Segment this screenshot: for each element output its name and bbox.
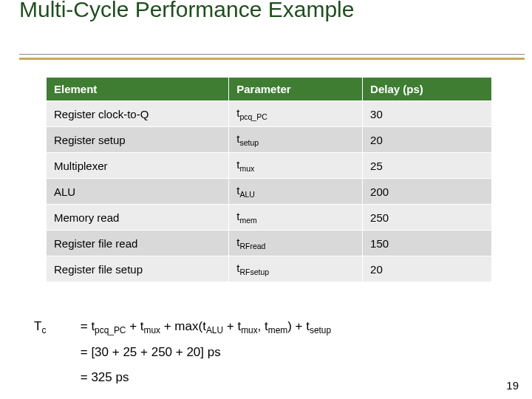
delay-table: Element Parameter Delay (ps) Register cl… xyxy=(46,77,492,282)
cell-parameter: tmem xyxy=(229,205,363,231)
table-row: Memory read tmem 250 xyxy=(47,205,492,231)
cell-parameter: tmux xyxy=(229,153,363,179)
cell-element: ALU xyxy=(47,179,229,205)
title-rule-gold xyxy=(19,58,525,60)
cell-element: Memory read xyxy=(47,205,229,231)
cell-element: Multiplexer xyxy=(47,153,229,179)
cell-delay: 200 xyxy=(363,179,492,205)
equation-line-1: = tpcq_PC + tmux + max(tALU + tmux, tmem… xyxy=(81,319,331,333)
equation-line-3: = 325 ps xyxy=(81,370,129,384)
cell-element: Register clock-to-Q xyxy=(47,101,229,127)
cell-parameter: tpcq_PC xyxy=(229,101,363,127)
cell-parameter: tRFsetup xyxy=(229,256,363,282)
cell-parameter: tsetup xyxy=(229,127,363,153)
table-row: ALU tALU 200 xyxy=(47,179,492,205)
th-element: Element xyxy=(47,78,229,101)
title-rule-thin xyxy=(19,54,525,55)
cell-element: Register file setup xyxy=(47,256,229,282)
table-header-row: Element Parameter Delay (ps) xyxy=(47,78,492,101)
table-row: Multiplexer tmux 25 xyxy=(47,153,492,179)
equation-lhs: Tc xyxy=(34,314,77,340)
cell-delay: 20 xyxy=(363,127,492,153)
cell-parameter: tRFread xyxy=(229,231,363,256)
equation-block: Tc = tpcq_PC + tmux + max(tALU + tmux, t… xyxy=(34,314,331,390)
page-number: 19 xyxy=(506,379,519,392)
equation-line-2: = [30 + 25 + 250 + 20] ps xyxy=(81,345,221,359)
table-row: Register clock-to-Q tpcq_PC 30 xyxy=(47,101,492,127)
table-row: Register file read tRFread 150 xyxy=(47,231,492,256)
cell-element: Register file read xyxy=(47,231,229,256)
cell-delay: 250 xyxy=(363,205,492,231)
cell-parameter: tALU xyxy=(229,179,363,205)
cell-element: Register setup xyxy=(47,127,229,153)
th-delay: Delay (ps) xyxy=(363,78,492,101)
cell-delay: 25 xyxy=(363,153,492,179)
th-parameter: Parameter xyxy=(229,78,363,101)
cell-delay: 30 xyxy=(363,101,492,127)
slide-title: Multi-Cycle Performance Example xyxy=(19,0,433,23)
cell-delay: 150 xyxy=(363,231,492,256)
table-row: Register file setup tRFsetup 20 xyxy=(47,256,492,282)
table-row: Register setup tsetup 20 xyxy=(47,127,492,153)
cell-delay: 20 xyxy=(363,256,492,282)
